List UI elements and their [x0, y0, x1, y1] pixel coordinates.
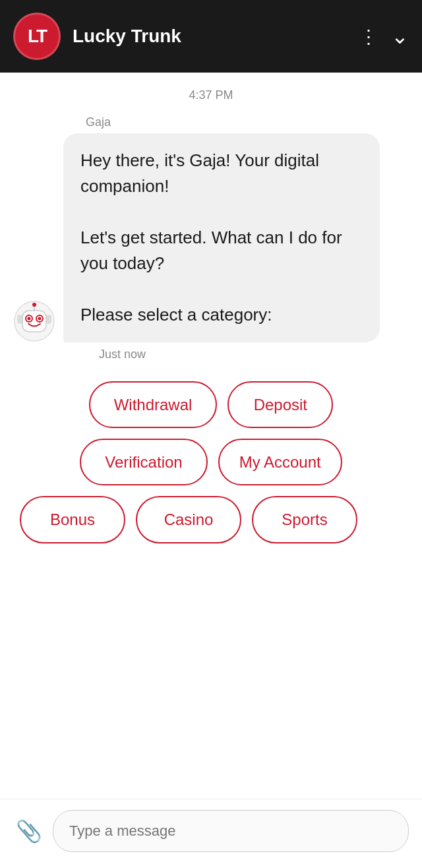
message-input-area: 📎: [0, 799, 422, 868]
attachment-icon[interactable]: 📎: [13, 816, 45, 846]
svg-point-7: [38, 317, 42, 321]
category-row-1: Withdrawal Deposit: [13, 381, 409, 428]
message-time-label: Just now: [99, 348, 422, 361]
more-options-icon[interactable]: ⋮: [359, 26, 378, 47]
message-timestamp: 4:37 PM: [0, 88, 422, 102]
message-input[interactable]: [53, 810, 409, 852]
deposit-button[interactable]: Deposit: [227, 381, 333, 428]
bot-message-text: Hey there, it's Gaja! Your digital compa…: [80, 150, 342, 325]
svg-rect-3: [22, 311, 46, 332]
category-row-2: Verification My Account: [13, 439, 409, 485]
svg-point-9: [32, 303, 36, 307]
casino-button[interactable]: Casino: [136, 496, 241, 543]
svg-rect-1: [17, 315, 22, 324]
collapse-icon[interactable]: ⌄: [391, 24, 409, 49]
sender-name: Gaja: [86, 115, 422, 129]
chat-body: 4:37 PM Gaja: [0, 73, 422, 799]
sports-button[interactable]: Sports: [252, 496, 357, 543]
header-actions: ⋮ ⌄: [359, 24, 409, 49]
verification-button[interactable]: Verification: [80, 439, 207, 485]
bonus-button[interactable]: Bonus: [20, 496, 125, 543]
bot-message-row: Hey there, it's Gaja! Your digital compa…: [0, 133, 422, 342]
bot-avatar-icon: [13, 300, 55, 342]
svg-point-6: [28, 317, 31, 321]
chat-header: LT Lucky Trunk ⋮ ⌄: [0, 0, 422, 73]
bot-message-bubble: Hey there, it's Gaja! Your digital compa…: [63, 133, 380, 342]
svg-rect-2: [46, 315, 51, 324]
avatar-initials: LT: [28, 26, 46, 47]
brand-avatar: LT: [13, 13, 61, 60]
category-row-3: Bonus Casino Sports: [13, 496, 409, 543]
category-buttons-container: Withdrawal Deposit Verification My Accou…: [0, 381, 422, 543]
withdrawal-button[interactable]: Withdrawal: [89, 381, 218, 428]
chat-title: Lucky Trunk: [73, 26, 359, 47]
my-account-button[interactable]: My Account: [218, 439, 342, 485]
